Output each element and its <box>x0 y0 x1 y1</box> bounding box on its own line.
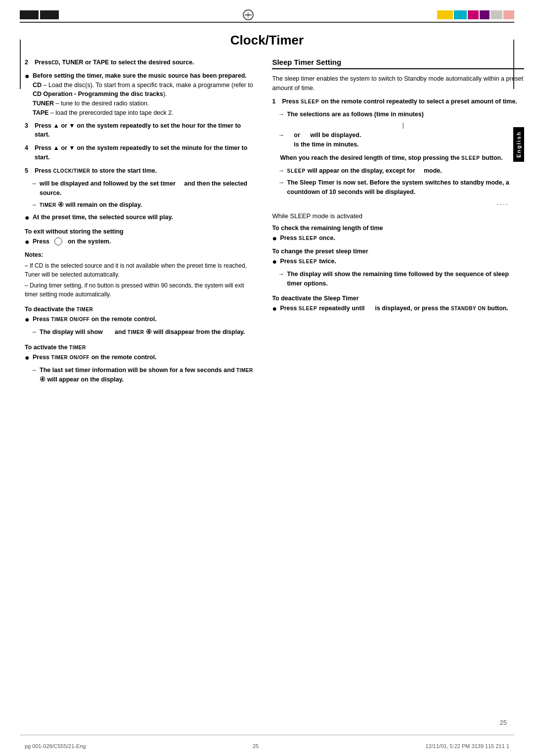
arrow-s1a-text: The selections are as follows (time in m… <box>287 110 423 119</box>
top-bar <box>20 10 514 20</box>
left-column: 2 PressCD, TUNER or TAPE to select the d… <box>25 58 257 387</box>
arrow-s1b-text: or will be displayed. is the time in min… <box>287 131 361 149</box>
sleep-intro: The sleep timer enables the system to sw… <box>272 74 524 93</box>
footer-left: pg 001-028/C555/21-Eng <box>25 743 86 749</box>
arrow-sym-5b: → <box>31 200 38 210</box>
bullet-dot-1: ● <box>25 71 30 118</box>
bottom-rule <box>20 735 514 735</box>
sleep-step-2: When you reach the desired length of tim… <box>272 153 524 163</box>
crosshair-dot <box>247 14 249 16</box>
swatch-yellow <box>437 10 453 19</box>
sub-activate-timer: To activate the TIMER <box>25 344 257 351</box>
bullet-dot-act: ● <box>25 353 30 362</box>
arrow-sym-5a: → <box>31 179 38 198</box>
bullet-dot-exit: ● <box>25 237 30 246</box>
item-4-content: Press ▲ or ▼ on the system repeatedly to… <box>35 143 257 162</box>
item-4-num: 4 <box>25 143 32 162</box>
arrow-change: → The display will show the remaining ti… <box>272 270 524 288</box>
lang-tab-text: English <box>516 131 522 158</box>
sub-deactivate-timer: To deactivate the TIMER <box>25 306 257 313</box>
sub-exit-label: To exit without storing the setting <box>25 228 257 235</box>
arrow-sym-s1a: → <box>278 110 285 119</box>
swatch-cyan <box>454 10 467 19</box>
ellipsis-dots: .... <box>272 199 524 206</box>
footer-center: 25 <box>253 743 259 749</box>
bullet-before-setting: ● Before setting the timer, make sure th… <box>25 71 257 118</box>
english-tab: English <box>513 127 524 162</box>
arrow-sym-change: → <box>278 270 285 288</box>
arrow-s2a-text: SLEEP will appear on the display, except… <box>287 166 442 176</box>
item-5-num: 5 <box>25 166 32 176</box>
bullet-before-text: Before setting the timer, make sure the … <box>33 71 257 118</box>
item-3-num: 3 <box>25 121 32 140</box>
arrow-5b-text: TIMER ④ will remain on the display. <box>40 200 142 210</box>
swatch-lgray <box>490 10 502 19</box>
page-number: 25 <box>500 719 507 726</box>
bullet-dot-deact-sleep: ● <box>272 304 277 313</box>
sleep-arrow-1a: → The selections are as follows (time in… <box>272 110 524 119</box>
note-2: – During timer setting, if no button is … <box>25 281 257 299</box>
arrow-sym-s2a: → <box>278 166 285 176</box>
top-bar-section <box>0 10 534 23</box>
item-3: 3 Press ▲ or ▼ on the system repeatedly … <box>25 121 257 140</box>
tuner-note: TUNER <box>33 100 54 107</box>
bullet-change-text: Press SLEEP twice. <box>280 257 524 266</box>
bullet-deact-text: Press TIMER ON/OFF on the remote control… <box>33 315 257 324</box>
center-crosshair-area <box>59 9 437 20</box>
bullet-deact-sleep: ● Press SLEEP repeatedly until is displa… <box>272 304 524 313</box>
arrow-change-text: The display will show the remaining time… <box>287 270 524 288</box>
bullet-change: ● Press SLEEP twice. <box>272 257 524 266</box>
right-color-swatches <box>437 10 514 19</box>
footer-right: 12/11/01, 5:22 PM 3139 115 211 1 <box>426 743 509 749</box>
item-4: 4 Press ▲ or ▼ on the system repeatedly … <box>25 143 257 162</box>
sub-deact-sleep-label: To deactivate the Sleep Timer <box>272 295 524 302</box>
item-5-content: Press CLOCK/TIMER to store the start tim… <box>35 166 257 176</box>
sleep-arrow-2b: → The Sleep Timer is now set. Before the… <box>272 178 524 197</box>
notes-section: Notes: – If CD is the selected source an… <box>25 250 257 299</box>
right-column: English Sleep Timer Setting The sleep ti… <box>272 58 524 387</box>
bullet-dot-preset: ● <box>25 213 30 222</box>
sleep-step-1-num: 1 <box>272 97 279 106</box>
arrow-sym-s2b: → <box>278 178 285 197</box>
swatch-magenta <box>468 10 479 19</box>
item-2: 2 PressCD, TUNER or TAPE to select the d… <box>25 58 257 67</box>
arrow-sym-deact1: → <box>31 328 38 337</box>
swatch-purple <box>480 10 490 19</box>
footer: pg 001-028/C555/21-Eng 25 12/11/01, 5:22… <box>0 736 534 756</box>
sleep-arrow-1b: → or will be displayed. is the time in m… <box>272 131 524 149</box>
arrow-act1-text: The last set timer information will be s… <box>40 366 257 384</box>
cd-note: CD – Load the disc(s). To start from a s… <box>33 82 253 98</box>
sleep-timer-heading: Sleep Timer Setting <box>272 58 524 69</box>
while-sleep-label: While SLEEP mode is activated <box>272 212 524 220</box>
black-block-2 <box>40 10 59 19</box>
bullet-exit-text: Press on the system. <box>33 237 257 246</box>
arrow-sym-s1b: → <box>278 131 285 149</box>
arrow-s2b-text: The Sleep Timer is now set. Before the s… <box>287 178 524 197</box>
arrow-deact1-text: The display will show and TIMER ④ will d… <box>40 328 245 337</box>
sleep-arrow-2a: → SLEEP will appear on the display, exce… <box>272 166 524 176</box>
sub-check-label: To check the remaining length of time <box>272 225 524 232</box>
bullet-dot-check: ● <box>272 234 277 243</box>
sub-change-label: To change the preset sleep timer <box>272 248 524 255</box>
bullet-exit: ● Press on the system. <box>25 237 257 246</box>
note-1: – If CD is the selected source and it is… <box>25 261 257 279</box>
arrow-deact-1: → The display will show and TIMER ④ will… <box>25 328 257 337</box>
bullet-act-timer: ● Press TIMER ON/OFF on the remote contr… <box>25 353 257 362</box>
sleep-step-1: 1 Press SLEEP on the remote control repe… <box>272 97 524 106</box>
item-2-text: PressCD, TUNER or TAPE to select the des… <box>35 59 194 66</box>
bullet-preset-text: At the preset time, the selected source … <box>33 213 257 222</box>
item-3-content: Press ▲ or ▼ on the system repeatedly to… <box>35 121 257 140</box>
arrow-5b: → TIMER ④ will remain on the display. <box>25 200 257 210</box>
arrow-5a: → will be displayed and followed by the … <box>25 179 257 198</box>
page-num-text: 25 <box>500 719 507 726</box>
timing-line: | <box>282 122 524 129</box>
arrow-5a-text: will be displayed and followed by the se… <box>40 179 257 198</box>
two-col-layout: 2 PressCD, TUNER or TAPE to select the d… <box>25 58 509 387</box>
bullet-dot-deact: ● <box>25 315 30 324</box>
crosshair-circle <box>243 9 254 20</box>
bullet-preset-time: ● At the preset time, the selected sourc… <box>25 213 257 222</box>
tape-note: TAPE <box>33 109 48 116</box>
main-content: Clock/Timer 2 PressCD, TUNER or TAPE to … <box>0 23 534 402</box>
sleep-step-1-content: Press SLEEP on the remote control repeat… <box>282 97 524 106</box>
bullet-act-text: Press TIMER ON/OFF on the remote control… <box>33 353 257 362</box>
